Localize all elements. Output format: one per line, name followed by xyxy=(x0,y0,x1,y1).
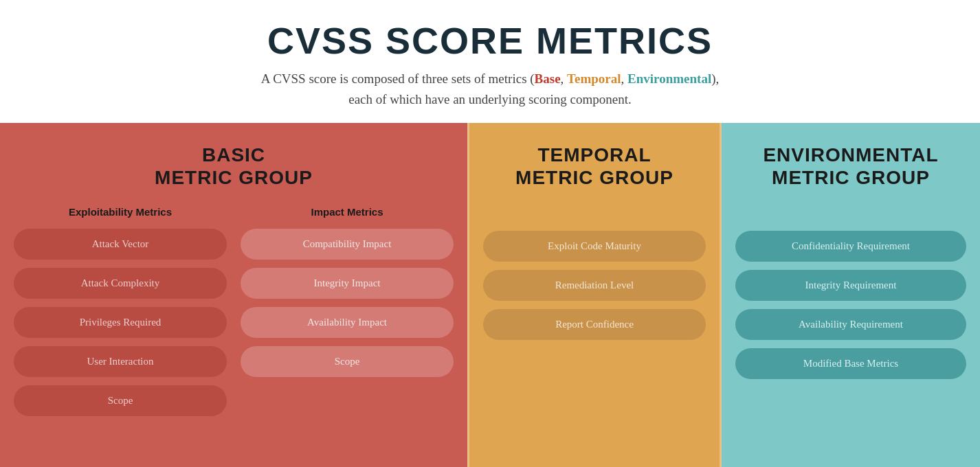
temporal-metric-group: TEMPORAL METRIC GROUP Exploit Code Matur… xyxy=(467,123,722,467)
temporal-group-title: TEMPORAL METRIC GROUP xyxy=(483,144,706,190)
environmental-metric-group: ENVIRONMENTAL METRIC GROUP Confidentiali… xyxy=(722,123,980,467)
pill-report-confidence: Report Confidence xyxy=(483,309,706,340)
subtitle-after: ), xyxy=(711,71,719,86)
pill-compatibility-impact: Compatibility Impact xyxy=(241,229,454,260)
subtitle-line2: each of which have an underlying scoring… xyxy=(348,92,632,106)
pill-availability-requirement: Availability Requirement xyxy=(735,309,966,340)
environmental-highlight: Environmental xyxy=(627,71,711,86)
basic-group-title: BASIC METRIC GROUP xyxy=(14,144,454,190)
header-section: CVSS SCORE METRICS A CVSS score is compo… xyxy=(0,0,980,123)
subtitle-before: A CVSS score is composed of three sets o… xyxy=(261,71,535,86)
page-title: CVSS SCORE METRICS xyxy=(14,19,966,62)
environmental-group-title: ENVIRONMENTAL METRIC GROUP xyxy=(735,144,966,190)
basic-metric-group: BASIC METRIC GROUP Exploitability Metric… xyxy=(0,123,467,467)
comma1: , xyxy=(561,71,568,86)
metric-columns: BASIC METRIC GROUP Exploitability Metric… xyxy=(0,123,980,467)
pill-privileges-required: Privileges Required xyxy=(14,307,227,338)
basic-inner: Exploitability Metrics Attack Vector Att… xyxy=(14,206,454,424)
base-highlight: Base xyxy=(535,71,561,86)
pill-integrity-impact: Integrity Impact xyxy=(241,268,454,299)
subtitle: A CVSS score is composed of three sets o… xyxy=(14,69,966,111)
page: CVSS SCORE METRICS A CVSS score is compo… xyxy=(0,0,980,467)
pill-scope-impact: Scope xyxy=(241,346,454,377)
temporal-highlight: Temporal xyxy=(567,71,621,86)
exploitability-col: Exploitability Metrics Attack Vector Att… xyxy=(14,206,227,424)
pill-modified-base-metrics: Modified Base Metrics xyxy=(735,348,966,379)
pill-availability-impact: Availability Impact xyxy=(241,307,454,338)
impact-col: Impact Metrics Compatibility Impact Inte… xyxy=(241,206,454,424)
pill-exploit-code-maturity: Exploit Code Maturity xyxy=(483,231,706,262)
comma2: , xyxy=(621,71,628,86)
pill-scope-exploitability: Scope xyxy=(14,385,227,416)
pill-confidentiality-requirement: Confidentiality Requirement xyxy=(735,231,966,262)
pill-remediation-level: Remediation Level xyxy=(483,270,706,301)
pill-user-interaction: User Interaction xyxy=(14,346,227,377)
pill-attack-complexity: Attack Complexity xyxy=(14,268,227,299)
impact-subtitle: Impact Metrics xyxy=(241,206,454,218)
exploitability-subtitle: Exploitability Metrics xyxy=(14,206,227,218)
pill-integrity-requirement: Integrity Requirement xyxy=(735,270,966,301)
pill-attack-vector: Attack Vector xyxy=(14,229,227,260)
